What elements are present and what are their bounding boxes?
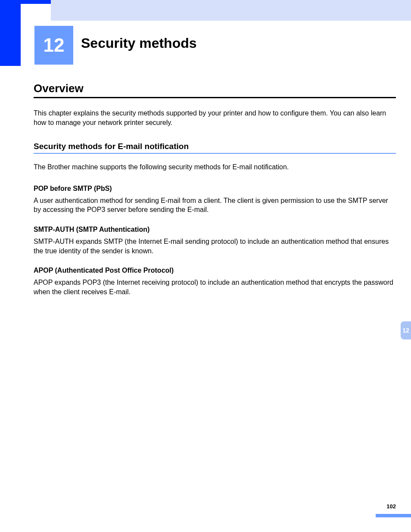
method-title: POP before SMTP (PbS) [34,185,396,193]
method-title: SMTP-AUTH (SMTP Authentication) [34,226,396,233]
section-heading: Overview [34,82,396,98]
method-block: POP before SMTP (PbS) A user authenticat… [34,185,396,215]
header-accent-bar [0,0,51,4]
left-accent-block [0,4,21,66]
chapter-number: 12 [44,34,65,56]
subsection-intro: The Brother machine supports the followi… [34,162,396,172]
method-body: SMTP-AUTH expands SMTP (the Internet E-m… [34,237,396,255]
subsection-heading: Security methods for E-mail notification [34,142,396,154]
chapter-side-tab: 12 [401,321,411,339]
method-title: APOP (Authenticated Post Office Protocol… [34,267,396,274]
page-content: Overview This chapter explains the secur… [34,82,396,308]
footer-accent-bar [376,514,411,517]
chapter-title: Security methods [81,35,197,51]
header-light-bar [51,0,411,21]
method-body: APOP expands POP3 (the Internet receivin… [34,278,396,296]
section-intro: This chapter explains the security metho… [34,109,396,127]
side-tab-number: 12 [402,327,409,334]
chapter-number-box: 12 [34,26,73,65]
method-block: SMTP-AUTH (SMTP Authentication) SMTP-AUT… [34,226,396,255]
page-number: 102 [386,503,396,510]
method-body: A user authentication method for sending… [34,196,396,215]
method-block: APOP (Authenticated Post Office Protocol… [34,267,396,296]
